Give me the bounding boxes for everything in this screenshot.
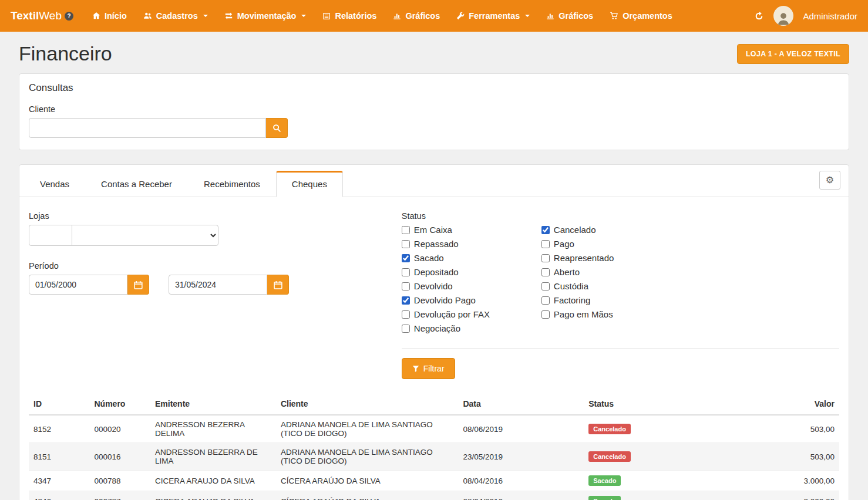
table-row[interactable]: 8151 000016 ANDRESSON BEZERRA DE LIMA AD… — [29, 443, 839, 471]
user-name[interactable]: Administrador — [803, 11, 857, 21]
wrench-icon — [456, 12, 465, 20]
status-checkbox-label: Repassado — [414, 239, 459, 249]
status-checkbox-row[interactable]: Depositado — [402, 267, 541, 277]
status-checkbox-row[interactable]: Pago em Mãos — [541, 309, 681, 319]
table-header-cell[interactable]: Status — [584, 393, 746, 415]
chevron-down-icon — [525, 15, 530, 17]
tab[interactable]: Recebimentos — [188, 171, 276, 197]
table-header-cell[interactable]: Data — [458, 393, 584, 415]
status-checkbox-row[interactable]: Em Caixa — [402, 225, 541, 235]
brand-logo[interactable]: TextilWeb ? — [11, 9, 73, 22]
status-checkbox[interactable] — [541, 282, 550, 290]
users-icon — [143, 12, 152, 20]
loja-code-input[interactable] — [29, 225, 72, 246]
table-row[interactable]: 4347 000788 CICERA ARAUJO DA SILVA CÍCER… — [29, 471, 839, 491]
cell-valor: 3.000,00 — [746, 491, 839, 500]
cell-data: 08/04/2016 — [458, 491, 584, 500]
table-header-row: IDNúmeroEmitenteClienteDataStatusValor — [29, 393, 839, 415]
consultas-title: Consultas — [19, 74, 849, 102]
status-checkbox[interactable] — [541, 296, 550, 305]
status-checkbox-label: Depositado — [414, 267, 459, 277]
settings-gear-button[interactable]: ⚙ — [819, 171, 840, 190]
nav-item-inicio[interactable]: Início — [84, 0, 135, 32]
status-checkbox-row[interactable]: Cancelado — [541, 225, 681, 235]
table-header-cell[interactable]: ID — [29, 393, 90, 415]
date-from-calendar-button[interactable] — [127, 275, 149, 295]
table-header-cell[interactable]: Emitente — [150, 393, 276, 415]
status-column-2: Cancelado Pago Reapresentado — [541, 225, 681, 337]
nav-item-relatorios[interactable]: Relatórios — [314, 0, 385, 32]
status-checkbox-row[interactable]: Factoring — [541, 295, 681, 305]
date-from-input[interactable] — [29, 275, 127, 295]
help-icon[interactable]: ? — [65, 12, 73, 21]
table-row[interactable]: 8152 000020 ANDRESSON BEZERRA DELIMA ADR… — [29, 415, 839, 443]
table-row[interactable]: 4346 000787 CICERA ARAUJO DA SILVA CÍCER… — [29, 491, 839, 500]
date-to-input[interactable] — [169, 275, 267, 295]
brand-bold: Textil — [11, 9, 39, 22]
nav-item-graficos-2[interactable]: Gráficos — [538, 0, 601, 32]
cell-cliente: CÍCERA ARAÚJO DA SILVA — [276, 491, 459, 500]
status-label: Status — [402, 211, 839, 221]
cell-id: 4347 — [29, 471, 90, 491]
status-checkbox-row[interactable]: Devolução por FAX — [402, 309, 541, 319]
status-checkbox[interactable] — [402, 310, 410, 319]
status-checkbox-label: Cancelado — [554, 225, 596, 235]
status-checkbox[interactable] — [402, 325, 410, 333]
filtrar-button[interactable]: Filtrar — [402, 358, 455, 379]
status-checkbox[interactable] — [402, 240, 410, 248]
cliente-search-input[interactable] — [29, 118, 266, 138]
nav-label: Ferramentas — [469, 11, 520, 21]
avatar[interactable] — [773, 6, 793, 26]
status-checkbox-row[interactable]: Reapresentado — [541, 253, 681, 263]
status-checkbox[interactable] — [541, 310, 550, 319]
cell-numero: 000016 — [90, 443, 151, 471]
status-checkbox-row[interactable]: Custódia — [541, 281, 681, 291]
tab[interactable]: Vendas — [24, 171, 85, 197]
status-checkbox[interactable] — [541, 268, 550, 276]
date-to-calendar-button[interactable] — [267, 275, 289, 295]
refresh-icon[interactable] — [754, 11, 764, 21]
search-icon — [272, 124, 281, 133]
status-checkbox-label: Pago em Mãos — [554, 309, 613, 319]
status-checkbox[interactable] — [402, 254, 410, 262]
status-checkbox-row[interactable]: Devolvido Pago — [402, 295, 541, 305]
status-checkbox-row[interactable]: Repassado — [402, 239, 541, 249]
table-header-cell[interactable]: Número — [90, 393, 151, 415]
nav-label: Orçamentos — [623, 11, 672, 21]
status-checkbox[interactable] — [402, 226, 410, 234]
status-checkbox-label: Pago — [554, 239, 574, 249]
status-checkbox-row[interactable]: Aberto — [541, 267, 681, 277]
tab[interactable]: Cheques — [276, 171, 343, 197]
store-button[interactable]: LOJA 1 - A VELOZ TEXTIL — [737, 44, 849, 64]
status-checkbox-row[interactable]: Devolvido — [402, 281, 541, 291]
table-header-cell[interactable]: Valor — [746, 393, 839, 415]
status-checkbox[interactable] — [541, 226, 550, 234]
status-checkbox-row[interactable]: Negociação — [402, 323, 541, 333]
page-title: Financeiro — [19, 42, 112, 65]
status-checkbox[interactable] — [541, 240, 550, 248]
status-column-1: Em Caixa Repassado Sacado — [402, 225, 541, 337]
status-checkbox-label: Custódia — [554, 281, 588, 291]
nav-item-orcamentos[interactable]: Orçamentos — [601, 0, 681, 32]
nav-item-movimentacao[interactable]: Movimentação — [216, 0, 315, 32]
nav-label: Cadastros — [156, 11, 198, 21]
nav-item-ferramentas[interactable]: Ferramentas — [448, 0, 538, 32]
cell-emitente: CICERA ARAUJO DA SILVA — [150, 491, 276, 500]
status-checkbox[interactable] — [402, 282, 410, 290]
status-checkbox-label: Sacado — [414, 253, 444, 263]
cliente-search-button[interactable] — [266, 118, 288, 138]
status-checkbox[interactable] — [402, 296, 410, 305]
status-checkbox[interactable] — [541, 254, 550, 262]
tab[interactable]: Contas a Receber — [85, 171, 188, 197]
status-checkbox-row[interactable]: Sacado — [402, 253, 541, 263]
chevron-down-icon — [203, 15, 208, 17]
status-badge: Sacado — [588, 475, 621, 486]
status-checkbox-row[interactable]: Pago — [541, 239, 681, 249]
bar-chart-icon — [546, 12, 554, 20]
loja-select[interactable] — [72, 225, 218, 246]
nav-item-cadastros[interactable]: Cadastros — [135, 0, 216, 32]
status-checkbox[interactable] — [402, 268, 410, 276]
table-header-cell[interactable]: Cliente — [276, 393, 459, 415]
bar-chart-icon — [393, 12, 401, 20]
nav-item-graficos-1[interactable]: Gráficos — [385, 0, 448, 32]
